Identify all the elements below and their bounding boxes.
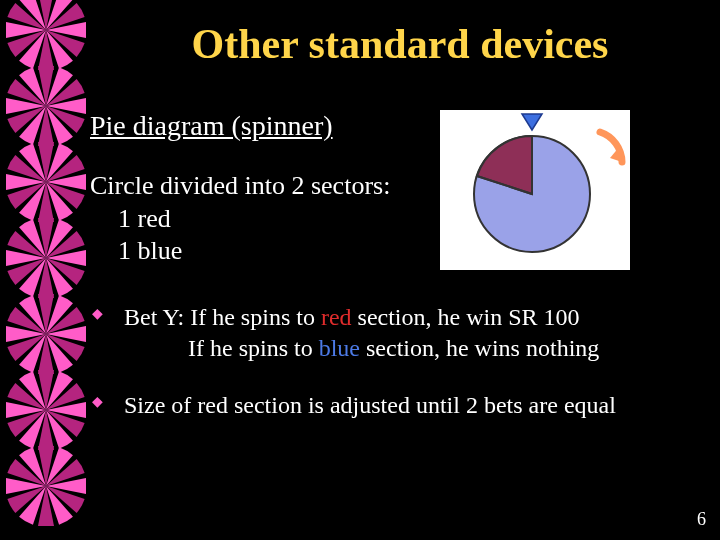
bullet-text: Bet Y: If he spins to (124, 304, 321, 330)
rotation-arrow-icon (600, 132, 622, 162)
bullet-text: If he spins to (188, 335, 319, 361)
bullet-list: Bet Y: If he spins to red section, he wi… (90, 302, 690, 422)
bullet-item: Size of red section is adjusted until 2 … (90, 390, 690, 421)
ribbon-motif (6, 370, 86, 450)
bullet-text: Size of red section is adjusted until 2 … (124, 392, 616, 418)
ribbon-motif (6, 66, 86, 146)
pointer-down-icon (522, 114, 542, 130)
ribbon-motif (6, 294, 86, 374)
page-number: 6 (697, 509, 706, 530)
bullet-item: Bet Y: If he spins to red section, he wi… (90, 302, 690, 364)
ribbon-motif (6, 142, 86, 222)
pie-spinner-illustration (440, 110, 630, 270)
bullet-text: section, he win SR 100 (352, 304, 580, 330)
accent-blue-text: blue (319, 335, 360, 361)
accent-red-text: red (321, 304, 352, 330)
ribbon-motif (6, 218, 86, 298)
ribbon-motif (6, 446, 86, 526)
intro-line1: Circle divided into 2 sectors: (90, 171, 390, 200)
ribbon-motif (6, 0, 86, 70)
slide-title: Other standard devices (100, 20, 700, 68)
bullet-text: section, he wins nothing (360, 335, 599, 361)
decorative-ribbon (0, 0, 88, 540)
